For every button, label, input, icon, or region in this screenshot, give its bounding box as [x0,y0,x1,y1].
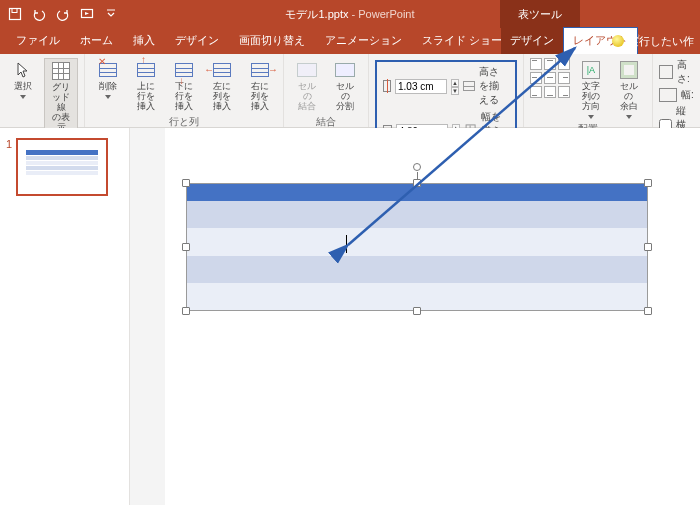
tell-me-search[interactable]: 実行したい作 [608,28,698,54]
window-title: モデル1.pptx - PowerPoint [285,7,414,22]
svg-rect-1 [12,9,17,13]
svg-rect-0 [10,9,21,20]
view-gridlines-button[interactable]: グリッド線 の表示 [44,58,78,135]
tab-animations[interactable]: アニメーション [315,28,412,54]
merge-cells-button[interactable]: セルの 結合 [290,58,324,114]
contextual-tools-title: 表ツール [500,0,580,28]
group-rows-columns: ✕ 削除 ↑ 上に行を 挿入 ↓ 下に行を 挿入 ← 左に列を 挿入 → 右に列… [85,54,284,127]
start-from-beginning-icon[interactable] [80,7,94,21]
resize-handle[interactable] [182,243,190,251]
group-merge: セルの 結合 セルの 分割 結合 [284,54,369,127]
selected-table[interactable] [186,183,648,311]
resize-handle[interactable] [644,243,652,251]
table-width-icon [659,88,677,102]
row-height-icon [383,80,391,92]
tab-home[interactable]: ホーム [70,28,123,54]
tab-table-design[interactable]: デザイン [501,28,563,54]
alignment-grid[interactable] [530,58,570,98]
quick-access-toolbar [0,7,126,21]
group-table: 選択 グリッド線 の表示 表 [0,54,85,127]
row-height-input[interactable] [395,79,447,94]
group-table-size: 高さ: 幅: 縦横比 表の [653,54,700,127]
redo-icon[interactable] [56,7,70,21]
bulb-icon [612,35,624,47]
insert-column-left-button[interactable]: ← 左に列を 挿入 [205,58,239,114]
title-bar: モデル1.pptx - PowerPoint 表ツール [0,0,700,28]
group-cell-size: ▲▼ 高さを揃える ▲▼ 幅を揃える セルのサイズ [369,54,524,127]
tab-file[interactable]: ファイル [6,28,70,54]
row-height-stepper[interactable]: ▲▼ [451,79,459,94]
ribbon: 選択 グリッド線 の表示 表 ✕ 削除 ↑ 上に行を 挿入 ↓ 下に行を 挿入 [0,54,700,128]
text-direction-button[interactable]: |A 文字列の 方向 [574,58,608,121]
cell-margins-button[interactable]: セルの 余白 [612,58,646,121]
insert-column-right-button[interactable]: → 右に列を 挿入 [243,58,277,114]
undo-icon[interactable] [32,7,46,21]
split-cells-button[interactable]: セルの 分割 [328,58,362,114]
resize-handle[interactable] [644,307,652,315]
save-icon[interactable] [8,7,22,21]
slide-number: 1 [6,138,12,196]
text-cursor [346,235,347,253]
resize-handle[interactable] [644,179,652,187]
delete-button[interactable]: ✕ 削除 [91,58,125,101]
tab-design[interactable]: デザイン [165,28,229,54]
insert-row-below-button[interactable]: ↓ 下に行を 挿入 [167,58,201,114]
resize-handle[interactable] [182,179,190,187]
resize-handle[interactable] [413,179,421,187]
select-button[interactable]: 選択 [6,58,40,101]
table-height-icon [659,65,673,79]
resize-handle[interactable] [182,307,190,315]
distribute-rows-icon [463,81,475,91]
insert-row-above-button[interactable]: ↑ 上に行を 挿入 [129,58,163,114]
tab-slideshow[interactable]: スライド ショー [412,28,512,54]
slide-thumbnails-pane[interactable]: 1 [0,128,130,505]
rotate-handle[interactable] [413,163,421,171]
slide-thumbnail-1[interactable]: 1 [6,138,123,196]
qat-customize-icon[interactable] [104,7,118,21]
tab-insert[interactable]: 挿入 [123,28,165,54]
distribute-rows-button[interactable]: 高さを揃える [479,65,509,107]
tab-transitions[interactable]: 画面切り替え [229,28,315,54]
group-alignment: |A 文字列の 方向 セルの 余白 配置 [524,54,653,127]
ribbon-tabs: ファイル ホーム 挿入 デザイン 画面切り替え アニメーション スライド ショー… [0,28,700,54]
resize-handle[interactable] [413,307,421,315]
